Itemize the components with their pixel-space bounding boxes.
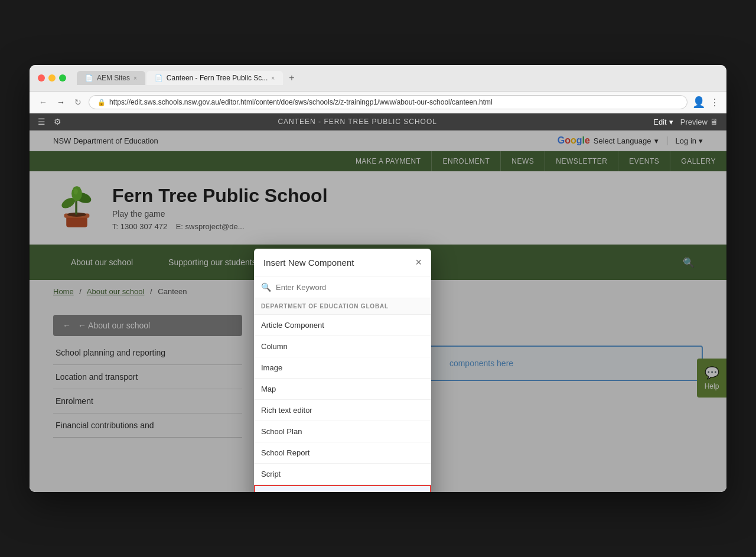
traffic-lights (38, 74, 66, 82)
site-content: NSW Department of Education Google Selec… (30, 131, 726, 492)
forward-button[interactable]: → (54, 96, 67, 108)
minimize-button[interactable] (48, 74, 56, 82)
preview-button[interactable]: Preview 🖥 (680, 117, 718, 126)
url-text: https://edit.sws.schools.nsw.gov.au/edit… (109, 98, 493, 106)
modal-item-script[interactable]: Script (254, 464, 431, 485)
maximize-button[interactable] (59, 74, 66, 82)
cms-page-title: CANTEEN - FERN TREE PUBLIC SCHOOL (278, 118, 436, 126)
modal-item-school-report[interactable]: School Report (254, 442, 431, 464)
url-bar[interactable]: 🔒 https://edit.sws.schools.nsw.gov.au/ed… (89, 95, 687, 109)
modal-close-button[interactable]: × (415, 257, 422, 268)
edit-label: Edit (653, 118, 666, 126)
cms-toolbar-right: Edit ▾ Preview 🖥 (653, 117, 718, 126)
tab-canteen[interactable]: 📄 Canteen - Fern Tree Public Sc... × (146, 71, 283, 85)
new-tab-button[interactable]: + (284, 71, 299, 84)
cms-toolbar-left: ☰ ⚙ (38, 117, 61, 126)
preview-icon: 🖥 (710, 117, 718, 126)
modal-search-input[interactable] (276, 283, 424, 292)
insert-component-modal: Insert New Component × 🔍 DEPARTMENT OF E… (254, 249, 431, 492)
sidebar-toggle-button[interactable]: ☰ (38, 117, 45, 126)
tabs-bar: 📄 AEM Sites × 📄 Canteen - Fern Tree Publ… (77, 71, 718, 85)
modal-item-map[interactable]: Map (254, 379, 431, 400)
profile-button[interactable]: 👤 (692, 96, 705, 109)
modal-item-article[interactable]: Article Component (254, 315, 431, 336)
modal-item-column[interactable]: Column (254, 336, 431, 357)
back-button[interactable]: ← (37, 96, 50, 108)
tab-aem-sites[interactable]: 📄 AEM Sites × (77, 71, 145, 85)
close-button[interactable] (38, 74, 45, 82)
address-bar: ← → ↻ 🔒 https://edit.sws.schools.nsw.gov… (30, 92, 726, 113)
modal-item-school-plan[interactable]: School Plan (254, 421, 431, 442)
modal-item-image[interactable]: Image (254, 357, 431, 379)
modal-item-rich-text[interactable]: Rich text editor (254, 400, 431, 421)
tab-close-icon-2[interactable]: × (271, 75, 275, 82)
preview-label: Preview (680, 118, 708, 126)
tab-label: AEM Sites (97, 74, 130, 82)
modal-search-bar[interactable]: 🔍 (254, 276, 431, 298)
reload-button[interactable]: ↻ (72, 96, 84, 108)
lock-icon: 🔒 (97, 99, 106, 106)
modal-item-video[interactable]: Video (254, 485, 431, 492)
tab-close-icon[interactable]: × (133, 75, 137, 82)
cms-toolbar: ☰ ⚙ CANTEEN - FERN TREE PUBLIC SCHOOL Ed… (30, 113, 726, 131)
modal-header: Insert New Component × (254, 249, 431, 276)
cms-settings-button[interactable]: ⚙ (54, 117, 61, 126)
edit-chevron-icon: ▾ (669, 118, 673, 126)
modal-search-icon: 🔍 (261, 282, 271, 292)
modal-section-header: DEPARTMENT OF EDUCATION GLOBAL (254, 298, 431, 315)
tab-icon: 📄 (85, 74, 93, 82)
menu-button[interactable]: ⋮ (710, 97, 719, 108)
title-bar: 📄 AEM Sites × 📄 Canteen - Fern Tree Publ… (30, 65, 726, 92)
modal-title: Insert New Component (263, 258, 354, 268)
tab-icon-2: 📄 (155, 74, 163, 82)
edit-button[interactable]: Edit ▾ (653, 118, 673, 126)
tab-label-2: Canteen - Fern Tree Public Sc... (167, 74, 268, 82)
